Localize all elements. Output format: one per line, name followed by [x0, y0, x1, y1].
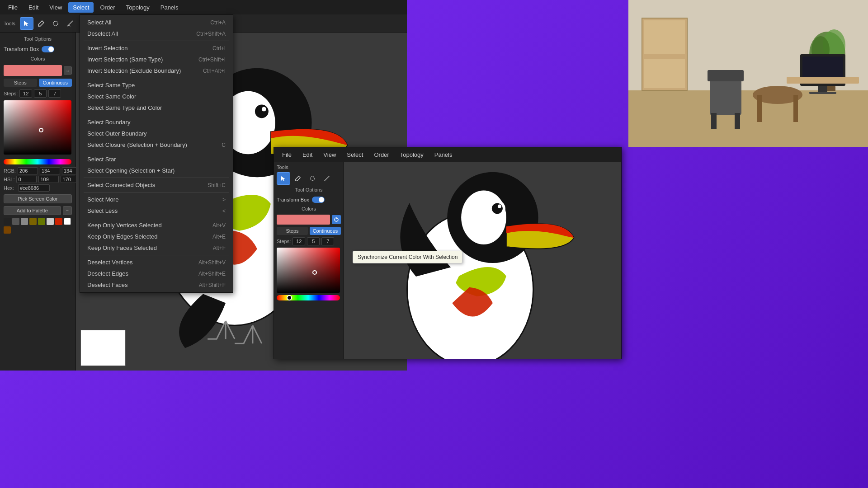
menu-select-connected[interactable]: Select Connected Objects Shift+C [80, 179, 233, 191]
separator-3 [84, 115, 229, 115]
pen-tool-button[interactable] [34, 17, 48, 30]
menu-file[interactable]: File [4, 2, 22, 13]
tabs-row: Steps Continuous [4, 79, 72, 87]
transform-box-row: Transform Box [4, 45, 72, 53]
separator-2 [84, 78, 229, 78]
second-color-picker-dot [312, 270, 317, 275]
second-menu-topology[interactable]: Topology [396, 150, 428, 160]
menu-view[interactable]: View [45, 2, 66, 13]
menu-select-same-type-color[interactable]: Select Same Type and Color [80, 102, 233, 113]
hex-input[interactable] [18, 184, 50, 192]
menu-select-outer-boundary[interactable]: Select Outer Boundary [80, 128, 233, 139]
second-steps-tab[interactable]: Steps [277, 227, 308, 235]
second-select-tool[interactable] [277, 172, 290, 185]
color-sync-button[interactable]: ↔ [64, 66, 72, 75]
menu-invert-selection[interactable]: Invert Selection Ctrl+I [80, 42, 233, 54]
second-continuous-tab[interactable]: Continuous [310, 227, 341, 235]
svg-rect-5 [644, 59, 685, 88]
menu-keep-faces[interactable]: Keep Only Faces Selected Alt+F [80, 242, 233, 253]
palette-color-8[interactable] [64, 218, 71, 225]
menu-invert-exclude-boundary[interactable]: Invert Selection (Exclude Boundary) Ctrl… [80, 65, 233, 76]
menu-select-less[interactable]: Select Less < [80, 205, 233, 216]
palette-color-3[interactable] [21, 218, 28, 225]
menu-select-same-type[interactable]: Select Same Type [80, 80, 233, 91]
menu-select-more[interactable]: Select More > [80, 194, 233, 205]
second-menu-order[interactable]: Order [369, 150, 393, 160]
menu-keep-edges[interactable]: Keep Only Edges Selected Alt+E [80, 231, 233, 242]
color-swatch[interactable] [4, 65, 62, 76]
svg-rect-1 [628, 90, 868, 147]
menu-select-opening[interactable]: Select Opening (Selection + Star) [80, 165, 233, 176]
second-steps-label: Steps: [277, 239, 291, 244]
menu-order[interactable]: Order [95, 2, 119, 13]
second-hue-slider[interactable] [277, 295, 340, 300]
second-step-1[interactable] [292, 237, 305, 245]
knife-tool-button[interactable] [63, 17, 77, 30]
menu-select-same-color[interactable]: Select Same Color [80, 91, 233, 102]
menu-edit[interactable]: Edit [24, 2, 43, 13]
palette-color-2[interactable] [12, 218, 19, 225]
second-transform-toggle[interactable] [312, 197, 325, 203]
svg-rect-22 [787, 77, 859, 84]
transform-box-toggle[interactable] [42, 46, 54, 52]
menu-deselect-edges[interactable]: Deselect Edges Alt+Shift+E [80, 268, 233, 279]
color-swatch-row: ↔ [4, 65, 72, 76]
separator-6 [84, 192, 229, 192]
svg-rect-21 [809, 92, 836, 94]
second-menu-select[interactable]: Select [342, 150, 368, 160]
menu-select-star[interactable]: Select Star [80, 154, 233, 165]
add-to-palette-button[interactable]: Add to Palette [4, 206, 61, 215]
second-lasso-tool[interactable] [306, 172, 319, 185]
pick-screen-color-button[interactable]: Pick Screen Color [4, 194, 72, 203]
svg-rect-20 [818, 86, 827, 93]
menu-keep-vertices[interactable]: Keep Only Vertices Selected Alt+V [80, 220, 233, 231]
sat-input[interactable] [38, 176, 59, 183]
svg-rect-12 [757, 95, 762, 122]
hue-slider[interactable] [4, 159, 71, 164]
menu-invert-same-type[interactable]: Invert Selection (Same Type) Ctrl+Shift+… [80, 54, 233, 65]
palette-color-6[interactable] [47, 218, 54, 225]
menu-select[interactable]: Select [68, 2, 94, 13]
second-menu-file[interactable]: File [278, 150, 296, 160]
menu-deselect-faces[interactable]: Deselect Faces Alt+Shift+F [80, 279, 233, 291]
second-step-2[interactable] [307, 237, 320, 245]
menu-deselect-vertices[interactable]: Deselect Vertices Alt+Shift+V [80, 257, 233, 268]
menu-deselect-all[interactable]: Deselect All Ctrl+Shift+A [80, 28, 233, 39]
second-step-3[interactable] [321, 237, 334, 245]
select-tool-button[interactable] [20, 17, 33, 30]
continuous-tab[interactable]: Continuous [39, 79, 72, 87]
second-color-swatch[interactable] [277, 215, 330, 225]
steps-label: Steps: [4, 91, 18, 96]
palette-color-5[interactable] [38, 218, 45, 225]
second-color-sync-button[interactable] [332, 215, 341, 224]
menu-topology[interactable]: Topology [122, 2, 154, 13]
green-input[interactable] [40, 167, 60, 174]
steps-tab[interactable]: Steps [4, 79, 37, 87]
second-colors-label: Colors [277, 206, 341, 211]
second-menu-edit[interactable]: Edit [298, 150, 317, 160]
tooltip-text: Synchronize Current Color With Selection [358, 254, 458, 260]
second-menu-view[interactable]: View [319, 150, 340, 160]
second-color-picker[interactable] [277, 248, 340, 293]
step-input-3[interactable] [48, 89, 61, 98]
second-knife-tool[interactable] [320, 172, 334, 185]
menu-panels[interactable]: Panels [156, 2, 183, 13]
palette-color-7[interactable] [55, 218, 62, 225]
step-input-1[interactable] [19, 89, 32, 98]
second-menu-panels[interactable]: Panels [430, 150, 457, 160]
lasso-tool-button[interactable] [49, 17, 62, 30]
second-menu-bar: File Edit View Select Order Topology Pan… [274, 147, 621, 162]
palette-color-1[interactable] [4, 218, 11, 225]
hue-input[interactable] [16, 176, 37, 183]
palette-color-9[interactable] [4, 226, 11, 234]
menu-select-all[interactable]: Select All Ctrl+A [80, 17, 233, 28]
palette-color-4[interactable] [29, 218, 37, 225]
menu-select-boundary[interactable]: Select Boundary [80, 117, 233, 128]
red-input[interactable] [18, 167, 38, 174]
step-input-2[interactable] [34, 89, 47, 98]
remove-from-palette-button[interactable]: − [63, 206, 72, 215]
menu-select-closure[interactable]: Select Closure (Selection + Boundary) C [80, 139, 233, 150]
second-pen-tool[interactable] [291, 172, 305, 185]
color-picker[interactable] [4, 100, 71, 155]
svg-point-32 [262, 107, 266, 112]
